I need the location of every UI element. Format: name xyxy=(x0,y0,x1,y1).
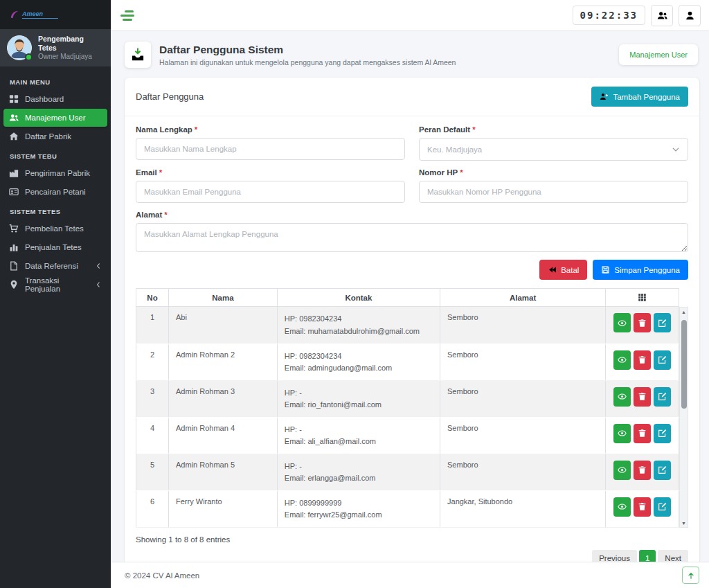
scrollbar-thumb[interactable] xyxy=(681,320,687,409)
kontak-hp: HP: - xyxy=(285,461,433,472)
edit-button[interactable] xyxy=(654,424,671,443)
eye-icon xyxy=(618,502,627,511)
cell-alamat: Jangkar, Situbondo xyxy=(440,490,606,527)
fast-backward-icon xyxy=(548,265,557,274)
cell-alamat: Semboro xyxy=(440,417,606,454)
delete-button[interactable] xyxy=(634,350,651,370)
delete-button[interactable] xyxy=(634,313,651,332)
view-button[interactable] xyxy=(613,350,631,370)
main-area: 09:22:33 Daftar Pengguna Sistem Halaman … xyxy=(111,0,709,588)
sidebar-item-transaksi-penjualan[interactable]: Transaksi Penjualan xyxy=(3,276,107,294)
delete-button[interactable] xyxy=(634,387,651,407)
cell-alamat: Semboro xyxy=(440,380,606,417)
online-status-dot xyxy=(25,53,33,61)
trash-icon xyxy=(638,392,647,401)
edit-button[interactable] xyxy=(654,350,671,370)
delete-button[interactable] xyxy=(634,497,651,517)
topbar: 09:22:33 xyxy=(111,0,709,31)
eye-icon xyxy=(618,392,627,401)
save-user-button[interactable]: Simpan Pengguna xyxy=(593,260,688,280)
grid-icon xyxy=(638,293,647,302)
required-marker: * xyxy=(472,125,475,134)
edit-pencil-icon xyxy=(658,429,667,438)
edit-button[interactable] xyxy=(654,313,671,332)
cancel-button[interactable]: Batal xyxy=(539,260,587,280)
sidebar-item-pengiriman-pabrik[interactable]: Pengiriman Pabrik xyxy=(3,164,107,182)
nomor-hp-input[interactable] xyxy=(419,181,688,203)
sidebar-item-dashboard[interactable]: Dashboard xyxy=(3,90,107,108)
showing-entries-text: Showing 1 to 8 of 8 entries xyxy=(136,535,688,544)
eye-icon xyxy=(618,355,627,364)
users-menu-button[interactable] xyxy=(651,5,673,26)
profile-button[interactable] xyxy=(679,5,701,26)
cell-nama: Admin Rohman 3 xyxy=(169,380,278,417)
view-button[interactable] xyxy=(613,387,631,407)
arrow-up-icon xyxy=(687,571,695,580)
nama-lengkap-input[interactable] xyxy=(136,138,405,160)
cell-nama: Admin Rohman 5 xyxy=(169,454,278,490)
view-button[interactable] xyxy=(613,497,631,517)
user-table: NoNamaKontakAlamat 1AbiHP: 0982304234Ema… xyxy=(136,288,679,528)
sidebar-item-label: Manajemen User xyxy=(25,114,86,122)
scrollbar-up-arrow-icon[interactable]: ▲ xyxy=(680,308,688,316)
chart-bar-icon xyxy=(9,242,19,252)
table-row: 1AbiHP: 0982304234Email: muhamatabdulroh… xyxy=(136,307,679,344)
digital-clock: 09:22:33 xyxy=(573,6,645,25)
scroll-to-top-button[interactable] xyxy=(682,567,699,584)
user-plus-icon xyxy=(600,92,609,101)
cell-no: 1 xyxy=(136,307,169,344)
sidebar-item-label: Daftar Pabrik xyxy=(25,132,71,141)
kontak-email: Email: ferrywr25@gmail.com xyxy=(285,509,433,521)
table-scrollbar[interactable]: ▲ ▼ xyxy=(679,307,688,528)
cell-no: 5 xyxy=(136,454,169,490)
edit-button[interactable] xyxy=(654,497,671,517)
sidebar-item-daftar-pabrik[interactable]: Daftar Pabrik xyxy=(3,127,107,145)
sidebar-item-pencairan-petani[interactable]: Pencairan Petani xyxy=(3,183,107,201)
alamat-textarea[interactable] xyxy=(136,223,688,252)
sidebar-item-manajemen-user[interactable]: Manajemen User xyxy=(3,109,107,127)
view-button[interactable] xyxy=(613,461,631,480)
edit-button[interactable] xyxy=(654,461,671,480)
peran-default-select[interactable]: Keu. Madjujaya xyxy=(419,138,688,161)
page-title: Daftar Pengguna Sistem xyxy=(159,44,456,56)
sidebar-item-label: Pembelian Tetes xyxy=(25,224,84,233)
kontak-hp: HP: 0982304234 xyxy=(285,313,433,325)
brand-logo[interactable]: Ameen xyxy=(0,0,111,29)
sidebar-user-panel[interactable]: Pengembang Tetes Owner Madjujaya xyxy=(0,29,111,66)
cart-icon xyxy=(9,224,19,233)
avatar xyxy=(7,35,32,60)
sidebar-item-penjualan-tetes[interactable]: Penjualan Tetes xyxy=(3,238,107,256)
table-row: 6Ferry WirantoHP: 0899999999Email: ferry… xyxy=(136,490,679,527)
inbox-download-icon xyxy=(131,48,145,62)
cell-actions xyxy=(606,380,679,417)
breadcrumb[interactable]: Manajemen User xyxy=(619,44,698,65)
scrollbar-down-arrow-icon[interactable]: ▼ xyxy=(680,519,688,527)
home-icon xyxy=(9,132,19,141)
cell-no: 2 xyxy=(136,344,169,380)
kontak-email: Email: muhamatabdulrohim@gmail.com xyxy=(285,326,433,337)
view-button[interactable] xyxy=(613,424,631,443)
kontak-hp: HP: - xyxy=(285,424,433,436)
nav-section-title: MAIN MENU xyxy=(0,72,111,89)
cell-no: 6 xyxy=(136,490,169,527)
table-row: 5Admin Rohman 5HP: -Email: erlangga@mail… xyxy=(136,454,679,490)
page-header: Daftar Pengguna Sistem Halaman ini digun… xyxy=(111,31,709,76)
hamburger-menu-icon[interactable] xyxy=(119,6,138,25)
nav-section-title: SISTEM TEBU xyxy=(0,146,111,163)
delete-button[interactable] xyxy=(634,424,651,443)
cell-alamat: Semboro xyxy=(440,454,606,490)
sidebar-item-data-referensi[interactable]: Data Referensi xyxy=(3,257,107,275)
edit-pencil-icon xyxy=(658,502,667,511)
delete-button[interactable] xyxy=(634,461,651,480)
save-icon xyxy=(601,265,610,274)
email-input[interactable] xyxy=(136,181,405,203)
view-button[interactable] xyxy=(613,313,631,332)
user-form: Nama Lengkap* Peran Default* Keu. Madjuj… xyxy=(125,116,699,280)
edit-button[interactable] xyxy=(654,387,671,407)
required-marker: * xyxy=(159,168,162,177)
th-large-icon xyxy=(9,94,19,104)
trash-icon xyxy=(638,319,647,328)
sidebar-item-pembelian-tetes[interactable]: Pembelian Tetes xyxy=(3,220,107,238)
add-user-button[interactable]: Tambah Pengguna xyxy=(591,87,688,107)
map-pin-icon xyxy=(9,280,19,289)
